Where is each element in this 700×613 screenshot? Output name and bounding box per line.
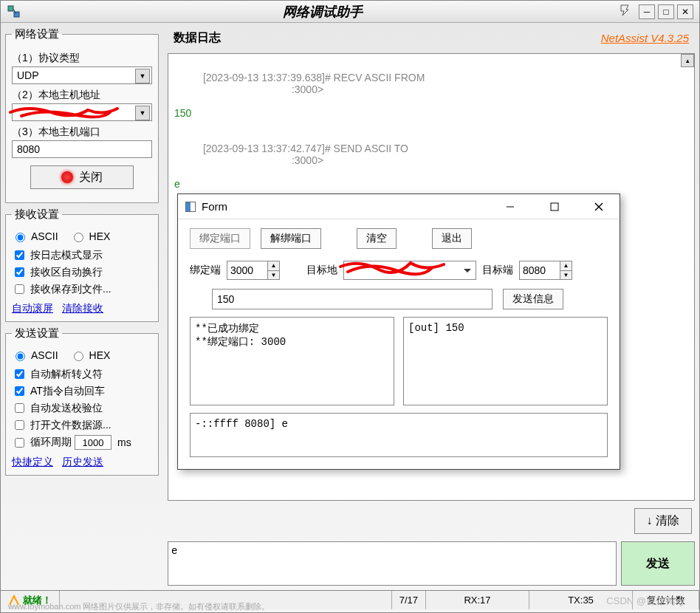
maximize-button[interactable]: □ xyxy=(658,4,674,19)
spin-down-icon[interactable]: ▼ xyxy=(560,271,572,280)
bind-port-spinner[interactable]: ▲▼ xyxy=(227,261,280,280)
close-connection-button[interactable]: 关闭 xyxy=(30,165,134,189)
bind-log-area[interactable]: **已成功绑定 **绑定端口: 3000 xyxy=(190,317,394,405)
loop-period-check[interactable]: 循环周期 ms xyxy=(12,435,152,450)
dialog-icon xyxy=(185,202,196,212)
svg-rect-0 xyxy=(8,6,13,11)
host-addr-combo[interactable] xyxy=(12,103,152,121)
auto-escape-check[interactable]: 自动解析转义符 xyxy=(12,367,152,381)
main-titlebar: 网络调试助手 ─ □ ✕ xyxy=(1,1,699,23)
send-settings-legend: 发送设置 xyxy=(12,326,62,340)
recv-hex-radio[interactable]: HEX xyxy=(70,230,111,242)
recv-settings-legend: 接收设置 xyxy=(12,208,62,222)
period-input[interactable] xyxy=(75,435,111,450)
auto-wrap-check[interactable]: 接收区自动换行 xyxy=(12,265,152,279)
status-dot-icon xyxy=(61,171,73,183)
form-dialog: Form 绑定端口 解绑端口 清空 退出 绑定端 ▲▼ 目标地 xyxy=(177,194,620,470)
bind-port-button[interactable]: 绑定端口 xyxy=(190,228,250,249)
host-port-label: （3）本地主机端口 xyxy=(12,126,152,139)
dialog-close-button[interactable] xyxy=(586,196,612,217)
recv-ascii-radio[interactable]: ASCII xyxy=(12,230,58,242)
version-link[interactable]: NetAssist V4.3.25 xyxy=(601,32,689,44)
send-button[interactable]: 发送 xyxy=(621,541,695,586)
auto-scroll-link[interactable]: 自动滚屏 xyxy=(12,302,53,315)
log-title: 数据日志 xyxy=(174,30,221,46)
log-mode-check[interactable]: 按日志模式显示 xyxy=(12,248,152,262)
network-settings-group: 网络设置 （1）协议类型 UDP （2）本地主机地址 （3）本地主机端口 xyxy=(5,27,159,203)
app-icon xyxy=(7,4,21,19)
history-link[interactable]: 历史发送 xyxy=(62,456,103,469)
protocol-label: （1）协议类型 xyxy=(12,52,152,65)
minimize-button[interactable]: ─ xyxy=(639,4,655,19)
bind-port-label: 绑定端 xyxy=(190,264,221,277)
open-file-check[interactable]: 打开文件数据源... xyxy=(12,418,152,432)
out-log-area[interactable]: [out] 150 xyxy=(403,317,608,405)
clear-send-button[interactable]: ↓ 清除 xyxy=(634,508,692,534)
svg-rect-4 xyxy=(551,203,558,210)
send-ascii-radio[interactable]: ASCII xyxy=(12,349,58,361)
scrollbar-up-icon[interactable]: ▴ xyxy=(681,54,694,67)
svg-rect-1 xyxy=(14,12,19,17)
at-return-check[interactable]: AT指令自动回车 xyxy=(12,384,152,398)
dialog-minimize-button[interactable] xyxy=(497,196,524,217)
auto-check-check[interactable]: 自动发送校验位 xyxy=(12,401,152,415)
spin-down-icon[interactable]: ▼ xyxy=(268,271,279,280)
unbind-port-button[interactable]: 解绑端口 xyxy=(261,228,321,249)
clear-recv-link[interactable]: 清除接收 xyxy=(62,302,103,315)
network-settings-legend: 网络设置 xyxy=(12,27,62,41)
footer-note: www.toymoban.com 网络图片仅供展示，非存储。如有侵权请联系删除。 xyxy=(8,601,270,612)
send-info-button[interactable]: 发送信息 xyxy=(503,289,563,309)
spin-up-icon[interactable]: ▲ xyxy=(268,261,279,271)
dialog-titlebar[interactable]: Form xyxy=(178,194,620,219)
status-progress: 7/17 xyxy=(392,591,426,609)
shortcut-link[interactable]: 快捷定义 xyxy=(12,456,53,469)
send-settings-group: 发送设置 ASCII HEX 自动解析转义符 AT指令自动回车 自动发送校验位 … xyxy=(5,326,159,476)
target-port-spinner[interactable]: ▲▼ xyxy=(519,261,572,280)
target-addr-label: 目标地 xyxy=(306,264,337,277)
host-addr-label: （2）本地主机地址 xyxy=(12,89,152,102)
target-addr-combo[interactable] xyxy=(343,261,476,280)
csdn-watermark: CSDN @可达鸭xy xyxy=(606,595,684,608)
bottom-log-area[interactable]: -::ffff 8080] e xyxy=(190,413,608,457)
recv-settings-group: 接收设置 ASCII HEX 按日志模式显示 接收区自动换行 接收保存到文件..… xyxy=(5,208,159,322)
protocol-combo[interactable]: UDP xyxy=(12,66,152,84)
close-button[interactable]: ✕ xyxy=(677,4,693,19)
dialog-title: Form xyxy=(202,200,497,213)
host-port-input[interactable] xyxy=(12,140,152,158)
send-textarea[interactable]: e xyxy=(168,541,617,586)
left-panel: 网络设置 （1）协议类型 UDP （2）本地主机地址 （3）本地主机端口 xyxy=(1,23,163,590)
window-title: 网络调试助手 xyxy=(27,3,618,21)
target-port-label: 目标端 xyxy=(482,264,513,277)
clear-button[interactable]: 清空 xyxy=(357,228,397,249)
send-hex-radio[interactable]: HEX xyxy=(70,349,111,361)
exit-button[interactable]: 退出 xyxy=(432,228,472,249)
save-file-check[interactable]: 接收保存到文件... xyxy=(12,282,152,296)
msg-input[interactable] xyxy=(212,289,493,309)
dialog-maximize-button[interactable] xyxy=(541,196,568,217)
status-rx: RX:17 xyxy=(426,591,529,609)
spin-up-icon[interactable]: ▲ xyxy=(560,261,572,271)
pin-icon[interactable] xyxy=(618,4,631,20)
